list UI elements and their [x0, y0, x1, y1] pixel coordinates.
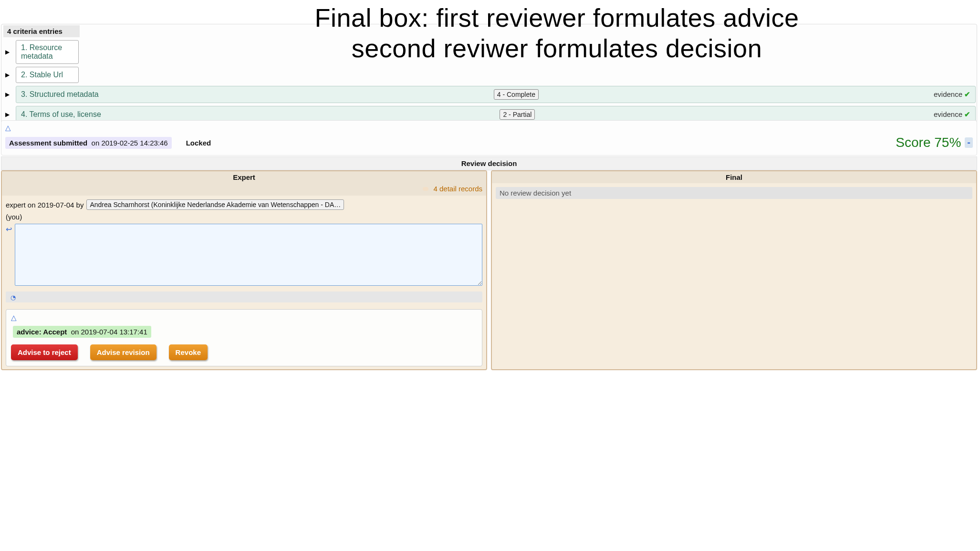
criteria-count-header: 4 criteria entries	[3, 25, 80, 37]
advise-revision-button[interactable]: Advise revision	[90, 344, 156, 360]
criteria-item[interactable]: 1. Resource metadata	[16, 40, 79, 64]
enter-icon[interactable]: ↩	[6, 225, 12, 234]
trash-icon[interactable]	[423, 187, 428, 191]
reviewer-chip[interactable]: Andrea Scharnhorst (Koninklijke Nederlan…	[86, 199, 344, 210]
criteria-label: 3. Structured metadata	[21, 90, 99, 99]
expert-panel: Expert 4 detail records expert on 2019-0…	[1, 170, 487, 370]
expert-panel-title: Expert	[2, 171, 486, 183]
advice-status-chip: advice: Accept on 2019-07-04 13:17:41	[13, 326, 151, 338]
recycle-icon[interactable]: △	[11, 313, 17, 322]
review-decision-header: Review decision	[1, 156, 977, 170]
recycle-icon[interactable]: △	[5, 124, 11, 132]
score-display: Score 75% -	[896, 135, 973, 150]
criteria-label: 2. Stable Url	[21, 71, 63, 79]
progress-bar: ◔	[6, 291, 482, 302]
expand-icon[interactable]: ▶	[2, 72, 12, 78]
annotation-title: Final box: first reviewer formulates adv…	[143, 3, 970, 63]
expand-icon[interactable]: ▶	[2, 49, 12, 55]
criteria-label: 1. Resource metadata	[21, 43, 73, 61]
evidence-indicator: evidence✔	[934, 110, 970, 119]
expert-byline: expert on 2019-07-04 by Andrea Scharnhor…	[6, 199, 482, 210]
criteria-score: 2 - Partial	[500, 109, 535, 120]
advice-box: △ advice: Accept on 2019-07-04 13:17:41 …	[6, 309, 482, 366]
final-panel-title: Final	[492, 171, 976, 183]
spinner-icon: ◔	[10, 294, 16, 301]
detail-records-link[interactable]: 4 detail records	[433, 185, 482, 193]
expert-comment-input[interactable]	[15, 224, 482, 286]
expert-detail-row: 4 detail records	[2, 183, 486, 196]
you-label: (you)	[6, 213, 482, 221]
assessment-status-panel: △ Assessment submitted on 2019-02-25 14:…	[1, 120, 977, 156]
evidence-indicator: evidence✔	[934, 90, 970, 99]
no-decision-chip: No review decision yet	[496, 187, 972, 199]
criteria-item[interactable]: 3. Structured metadata 4 - Complete evid…	[16, 86, 976, 103]
assessment-submitted-chip: Assessment submitted on 2019-02-25 14:23…	[5, 137, 172, 149]
criteria-score: 4 - Complete	[494, 89, 539, 100]
criteria-item[interactable]: 2. Stable Url	[16, 67, 79, 83]
review-panels: Expert 4 detail records expert on 2019-0…	[1, 170, 977, 370]
expand-icon[interactable]: ▶	[2, 111, 12, 118]
criteria-row: ▶ 3. Structured metadata 4 - Complete ev…	[2, 86, 976, 103]
final-panel: Final No review decision yet	[491, 170, 977, 370]
locked-label: Locked	[186, 139, 211, 147]
criteria-label: 4. Terms of use, license	[21, 110, 101, 119]
advise-reject-button[interactable]: Advise to reject	[11, 344, 78, 360]
score-collapse-icon[interactable]: -	[965, 137, 973, 148]
criteria-row: ▶ 2. Stable Url	[2, 67, 976, 83]
expand-icon[interactable]: ▶	[2, 91, 12, 98]
revoke-button[interactable]: Revoke	[169, 344, 208, 360]
